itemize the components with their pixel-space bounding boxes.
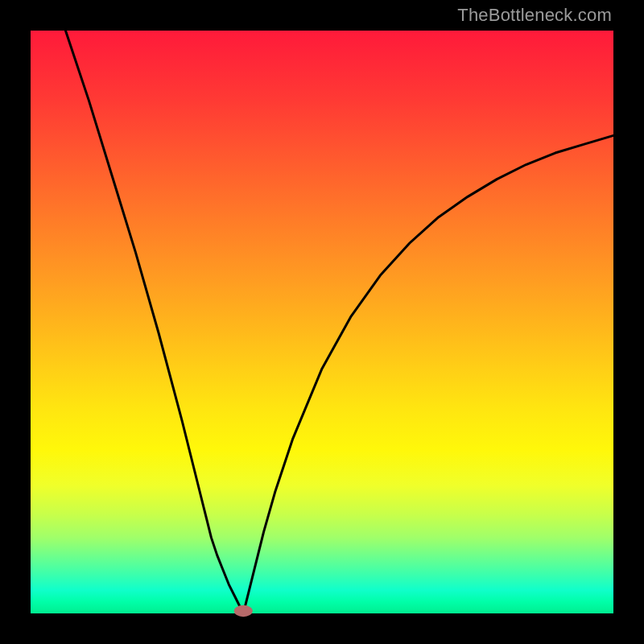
curve-right	[243, 135, 613, 613]
curve-left	[65, 31, 243, 613]
chart-svg	[31, 31, 613, 613]
watermark-text: TheBottleneck.com	[457, 5, 612, 26]
minimum-marker	[234, 605, 253, 617]
outer-frame: TheBottleneck.com	[0, 0, 644, 644]
chart-plot-area	[31, 31, 613, 613]
